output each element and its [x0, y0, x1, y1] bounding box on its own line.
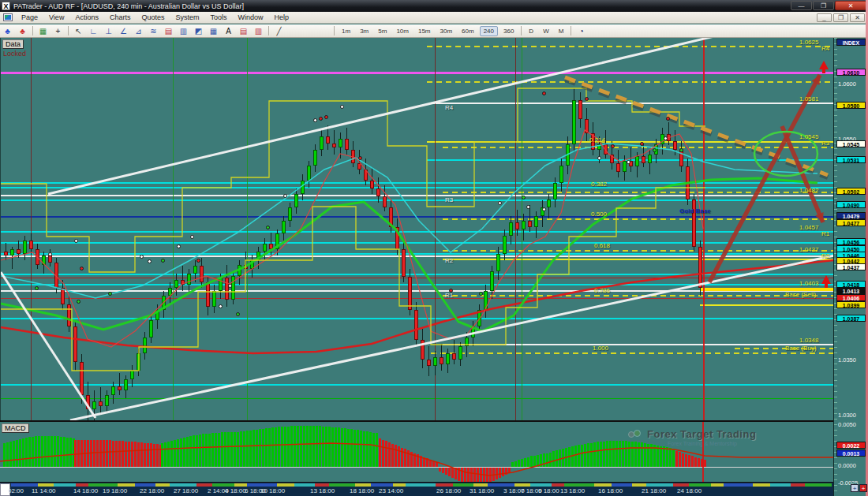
signal-dot — [597, 156, 601, 160]
window-title: PATrader - AUD RF - [AUDUSD, 240 min - A… — [13, 2, 244, 10]
grid-tool-icon[interactable]: ▦ — [207, 25, 220, 36]
price-tag: 1.0387 — [836, 315, 866, 322]
chart-label: 1.0403 — [799, 281, 818, 287]
scale-expand-button[interactable]: + — [851, 484, 859, 492]
session-block — [753, 483, 770, 487]
timeframe-5m[interactable]: 5m — [374, 26, 391, 36]
menu-window[interactable]: Window — [232, 13, 268, 22]
child-close-button[interactable]: ✕ — [850, 13, 865, 22]
pitchfork-tool-icon[interactable]: ≋ — [147, 25, 160, 36]
price-scale[interactable]: INDEX1.06001.05501.03501.03000.00500.002… — [833, 38, 866, 496]
toolbar-separator — [521, 26, 522, 35]
pen-tool-icon[interactable]: ╱ — [272, 25, 286, 36]
fibo-ext-tool-icon[interactable]: ▥ — [177, 25, 190, 36]
clock-icon[interactable]: ◔ — [574, 25, 588, 36]
maximize-button[interactable]: ❐ — [813, 1, 834, 10]
price-tag: 1.0437 — [836, 263, 866, 270]
menu-charts[interactable]: Charts — [104, 13, 137, 22]
menu-bar: PageViewActionsChartsQuotesSystemToolsWi… — [0, 12, 868, 24]
chart-label: 0.786 — [594, 288, 610, 294]
price-tag: 1.0456 — [836, 238, 866, 245]
chart-type-icon[interactable]: ▦ — [36, 25, 50, 36]
period-D[interactable]: D — [525, 26, 537, 36]
price-tag: 1.0479 — [836, 212, 866, 219]
session-block — [552, 483, 564, 487]
signal-dot — [498, 201, 502, 205]
child-restore-button[interactable]: ❐ — [833, 13, 848, 22]
period-M[interactable]: M — [555, 26, 568, 36]
macd-panel[interactable]: Forex Target Trading Forex Training & Me… — [0, 420, 833, 483]
signal-dot — [266, 226, 270, 229]
fibo-tool-icon[interactable]: ▤ — [162, 25, 175, 36]
signal-dot — [148, 259, 152, 263]
levels-tool-icon[interactable]: ▤ — [237, 25, 250, 36]
signal-dot — [74, 239, 78, 243]
signal-dot — [161, 259, 165, 263]
time-label: 27 18:00 — [174, 487, 198, 494]
session-block — [770, 483, 791, 487]
signal-dot — [526, 205, 530, 209]
timeframe-30m[interactable]: 30m — [436, 26, 457, 36]
child-minimize-button[interactable]: _ — [817, 13, 832, 22]
period-W[interactable]: W — [539, 26, 553, 36]
vline-tool-icon[interactable]: ⊥ — [102, 25, 115, 36]
scale-compress-button[interactable]: + — [859, 484, 867, 492]
time-label: 31 18:00 — [470, 487, 494, 494]
close-button[interactable]: ✕ — [835, 1, 866, 10]
session-block — [530, 483, 552, 487]
minimize-button[interactable]: — — [791, 1, 812, 10]
signal-dot — [522, 196, 526, 200]
trendline-tool-icon[interactable]: ∠ — [117, 25, 130, 36]
timeframe-240[interactable]: 240 — [480, 26, 498, 36]
signal-dot — [313, 118, 317, 122]
toolbar-separator — [334, 26, 335, 35]
timeframe-15m[interactable]: 15m — [414, 26, 435, 36]
chart-canvas[interactable]: Data Locked R4R3R2R10.2140.3820.5000.618… — [0, 38, 833, 420]
chart-label: Base (Buy) — [785, 345, 817, 352]
time-axis: 02:0011 14:0014 18:0019 18:0022 18:0027 … — [0, 483, 833, 496]
signal-dot — [236, 312, 240, 316]
session-block — [805, 483, 832, 487]
upper-white-channel — [48, 38, 833, 194]
toolbar-separator — [68, 26, 69, 35]
orange-trendline-shadow — [565, 80, 828, 177]
menu-system[interactable]: System — [170, 13, 204, 22]
text-tool-icon[interactable]: A — [222, 25, 235, 36]
session-block — [514, 483, 530, 487]
menu-help[interactable]: Help — [269, 13, 295, 22]
signal-dot — [664, 136, 668, 140]
session-block — [54, 483, 76, 487]
timeframe-60m[interactable]: 60m — [458, 26, 478, 36]
channel-tool-icon[interactable]: ⊿ — [132, 25, 145, 36]
symbol-up-icon[interactable]: ♣ — [1, 25, 14, 36]
menu-page[interactable]: Page — [16, 13, 43, 22]
time-label: 26 18:00 — [436, 487, 461, 494]
crosshair-icon[interactable]: + — [51, 25, 65, 36]
zigzag-tool-icon[interactable]: ◩ — [192, 25, 205, 36]
menu-actions[interactable]: Actions — [69, 13, 104, 22]
price-tag: 1.0413 — [836, 287, 866, 294]
session-block — [76, 483, 88, 487]
hline-tool-icon[interactable]: ∟ — [87, 25, 100, 36]
price-tag: 1.0502 — [836, 188, 866, 195]
chart-label: 0.618 — [594, 243, 610, 249]
levels2-tool-icon[interactable]: ▥ — [252, 25, 265, 36]
session-block — [170, 483, 196, 487]
timeframe-3m[interactable]: 3m — [356, 26, 372, 36]
session-block — [564, 483, 594, 487]
timeframe-10m[interactable]: 10m — [392, 26, 413, 36]
menu-quotes[interactable]: Quotes — [136, 13, 170, 22]
timeframe-360[interactable]: 360 — [499, 26, 518, 36]
timeframe-1m[interactable]: 1m — [338, 26, 354, 36]
symbol-down-icon[interactable]: ♣ — [16, 25, 29, 36]
chart-label: 1.0348 — [799, 338, 818, 344]
session-block — [196, 483, 212, 487]
price-tag: 1.0399 — [836, 301, 866, 308]
macd-overlay — [0, 422, 833, 483]
cursor-icon[interactable]: ↖ — [72, 25, 85, 36]
price-tag: 1.0545 — [836, 140, 866, 147]
menu-tools[interactable]: Tools — [204, 13, 232, 22]
signal-dot — [108, 292, 112, 296]
session-block — [315, 483, 329, 487]
menu-view[interactable]: View — [43, 13, 69, 22]
